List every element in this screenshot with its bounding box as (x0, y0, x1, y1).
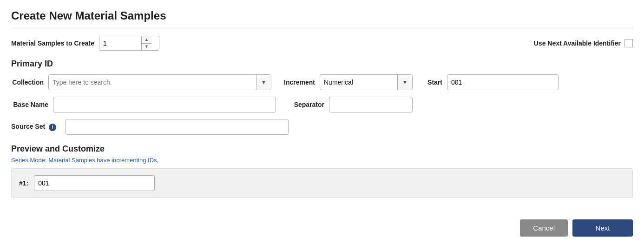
preview-id-input[interactable]: 001 (34, 175, 155, 191)
start-label: Start (424, 79, 442, 86)
separator-input[interactable] (329, 97, 413, 112)
increment-dropdown-arrow[interactable]: ▼ (397, 75, 412, 90)
collection-dropdown-arrow[interactable]: ▼ (256, 75, 271, 90)
collection-select[interactable]: ▼ (48, 74, 271, 90)
primary-id-section-title: Primary ID (11, 59, 633, 69)
samples-count-field: Material Samples to Create 1 ▲ ▼ (11, 36, 159, 51)
increment-field: Increment Numerical ▼ (283, 74, 413, 90)
increment-label: Increment (283, 79, 315, 86)
increment-value: Numerical (320, 77, 397, 88)
start-field: Start 001 (424, 74, 559, 90)
page-title: Create New Material Samples (11, 9, 633, 28)
top-row: Material Samples to Create 1 ▲ ▼ Use Nex… (11, 36, 633, 51)
footer: Cancel Next (11, 212, 633, 237)
start-input[interactable]: 001 (447, 74, 559, 90)
base-name-input[interactable] (53, 97, 276, 112)
series-mode-highlight: Material Samples have incrementing IDs. (48, 157, 158, 164)
source-set-field: Source Set i (11, 119, 289, 135)
collection-input[interactable] (49, 75, 256, 90)
use-next-identifier-checkbox[interactable] (624, 39, 633, 47)
spinner-buttons: ▲ ▼ (141, 36, 151, 50)
spinner-up-button[interactable]: ▲ (142, 36, 151, 44)
samples-count-spinner[interactable]: 1 ▲ ▼ (99, 36, 159, 51)
cancel-button[interactable]: Cancel (520, 219, 568, 237)
preview-section-title: Preview and Customize (11, 144, 633, 154)
preview-section: Preview and Customize Series Mode: Mater… (11, 144, 633, 198)
base-name-field: Base Name (11, 97, 276, 112)
source-set-input[interactable] (66, 119, 289, 135)
collection-label: Collection (11, 79, 44, 86)
samples-count-input[interactable]: 1 (99, 36, 141, 50)
separator-field: Separator (287, 97, 413, 112)
increment-select[interactable]: Numerical ▼ (320, 74, 413, 90)
use-next-identifier-field: Use Next Available Identifier (534, 39, 633, 47)
preview-row-number: #1: (19, 179, 28, 187)
next-button[interactable]: Next (572, 219, 633, 237)
series-mode-text: Series Mode: Material Samples have incre… (11, 157, 633, 164)
base-name-label: Base Name (11, 101, 48, 108)
collection-field: Collection ▼ (11, 74, 271, 90)
preview-table: #1: 001 (11, 168, 633, 198)
source-set-info-icon[interactable]: i (49, 124, 56, 131)
source-set-label: Source Set i (11, 123, 56, 131)
use-next-identifier-label: Use Next Available Identifier (534, 40, 621, 47)
spinner-down-button[interactable]: ▼ (142, 44, 151, 51)
samples-count-label: Material Samples to Create (11, 40, 94, 47)
separator-label: Separator (287, 101, 324, 108)
